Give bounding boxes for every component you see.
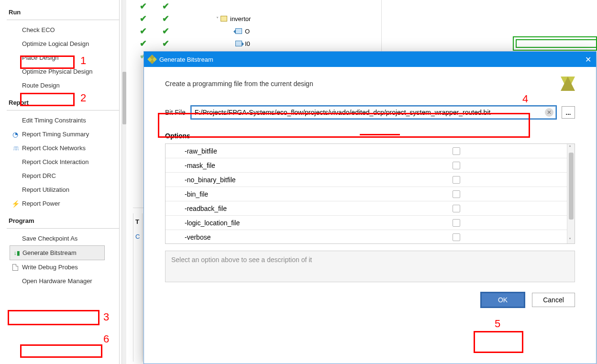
dialog-title: Generate Bitstream [159, 56, 213, 63]
blank-icon [11, 186, 19, 194]
opt-label: -raw_bitfile [185, 147, 453, 155]
check-icon: ✔✔ [140, 13, 164, 24]
label: Report DRC [22, 172, 56, 179]
blank-icon [11, 68, 19, 76]
opt-label: -bin_file [185, 190, 453, 198]
sidebar-report-power[interactable]: ⚡Report Power [7, 197, 119, 210]
option-readback[interactable]: -readback_file [166, 201, 575, 216]
sidebar-optimize-physical[interactable]: Optimize Physical Design [7, 65, 119, 78]
sidebar-open-hwmgr[interactable]: Open Hardware Manager [7, 274, 119, 288]
label: Optimize Logical Design [22, 40, 89, 47]
label: Edit Timing Constraints [22, 117, 86, 124]
bottom-panel: T C [133, 213, 143, 362]
opt-label: -verbose [185, 233, 453, 241]
sidebar-report-drc[interactable]: Report DRC [7, 169, 119, 183]
tree-row-o[interactable]: ✔✔ O [133, 25, 381, 37]
tree-row[interactable]: ✔✔ [133, 0, 381, 12]
sidebar-optimize-logical[interactable]: Optimize Logical Design [7, 37, 119, 51]
blank-icon [11, 40, 19, 48]
checkbox[interactable] [453, 205, 460, 212]
opt-label: -no_binary_bitfile [185, 176, 453, 184]
scroll-down-icon[interactable]: ˅ [569, 237, 571, 243]
checkbox[interactable] [453, 233, 460, 241]
opt-label: -readback_file [185, 205, 453, 212]
label: Check ECO [22, 26, 55, 33]
download-icon: ↓▮ [13, 249, 21, 257]
scrollbar-thumb[interactable] [122, 72, 126, 124]
dialog-titlebar[interactable]: Generate Bitstream ✕ [144, 52, 596, 67]
sidebar-route-design[interactable]: Route Design [7, 78, 119, 92]
options-table: -raw_bitfile -mask_file -no_binary_bitfi… [165, 143, 575, 244]
cell-icon [221, 16, 227, 22]
sidebar-generate-bitstream[interactable]: ↓▮Generate Bitstream [10, 245, 105, 260]
sidebar-write-debug[interactable]: Write Debug Probes [7, 260, 119, 274]
vivado-icon [147, 55, 157, 64]
options-scrollbar[interactable]: ˄ ˅ [567, 144, 575, 243]
label: Report Utilization [22, 186, 69, 193]
sidebar-report-clock-inter[interactable]: Report Clock Interaction [7, 155, 119, 169]
blank-icon [11, 235, 19, 243]
label: Report Clock Networks [22, 144, 86, 152]
caret-down-icon[interactable]: ˅ [216, 16, 219, 22]
browse-button[interactable]: ... [562, 106, 575, 119]
sidebar-place-design[interactable]: Place Design [7, 51, 119, 65]
sidebar-report-util[interactable]: Report Utilization [7, 183, 119, 197]
dialog-desc: Create a programming file from the curre… [165, 80, 313, 88]
blank-icon [11, 117, 19, 124]
blank-icon [11, 26, 19, 34]
scroll-up-icon[interactable]: ˄ [569, 145, 571, 150]
checkbox[interactable] [453, 176, 460, 184]
label: Save Checkpoint As [22, 235, 77, 242]
blank-icon [11, 172, 19, 180]
tree-label: invertor [230, 15, 251, 22]
tree-label: O [245, 28, 250, 35]
label: Route Design [22, 82, 60, 89]
blank-icon [11, 277, 19, 285]
label: Optimize Physical Design [22, 68, 92, 75]
sidebar-report-timing[interactable]: ◔Report Timing Summary [7, 127, 119, 141]
option-bin-file[interactable]: -bin_file [166, 187, 575, 201]
tree-row-i0[interactable]: ✔✔ I0 [133, 37, 381, 50]
sidebar-report-clock-net[interactable]: ⎍⎍Report Clock Networks [7, 141, 119, 155]
bottom-t: T [135, 216, 140, 233]
checkbox[interactable] [453, 147, 460, 155]
clear-icon[interactable]: ✕ [545, 108, 553, 117]
option-verbose[interactable]: -verbose [166, 230, 575, 244]
bitfile-input[interactable] [195, 109, 544, 116]
sidebar-scrollbar[interactable] [122, 0, 126, 364]
checkbox[interactable] [453, 219, 460, 227]
ok-button[interactable]: OK [481, 293, 524, 307]
cancel-button[interactable]: Cancel [532, 293, 575, 307]
check-icon: ✔✔ [140, 38, 164, 49]
sidebar-edit-timing[interactable]: Edit Timing Constraints [7, 113, 119, 127]
sidebar-save-checkpoint[interactable]: Save Checkpoint As [7, 232, 119, 245]
checkbox[interactable] [453, 162, 460, 169]
option-logic-loc[interactable]: -logic_location_file [166, 216, 575, 230]
option-no-binary[interactable]: -no_binary_bitfile [166, 173, 575, 187]
label: Place Design [22, 54, 59, 61]
sidebar-check-eco[interactable]: Check ECO [7, 23, 119, 37]
output-port-icon [235, 28, 242, 34]
section-report: Report [7, 95, 119, 110]
scrollbar-thumb[interactable] [569, 153, 574, 220]
tree-row-invertor[interactable]: ✔✔ ˅ invertor [133, 12, 381, 25]
blank-icon [11, 158, 19, 166]
close-icon[interactable]: ✕ [585, 55, 591, 64]
checkbox[interactable] [453, 190, 460, 198]
bitfile-label: Bit File [165, 109, 186, 116]
opt-label: -mask_file [185, 162, 453, 169]
device-rect [516, 39, 597, 48]
tree-label: I0 [245, 40, 250, 47]
clock-icon: ◔ [11, 131, 19, 138]
option-raw-bitfile[interactable]: -raw_bitfile [166, 144, 575, 158]
check-icon: ✔✔ [140, 26, 164, 36]
generate-bitstream-dialog: Generate Bitstream ✕ Create a programmin… [144, 51, 597, 364]
section-run: Run [7, 5, 119, 20]
bitfile-row: Bit File ✕ ... [165, 106, 575, 119]
option-mask-file[interactable]: -mask_file [166, 158, 575, 173]
dialog-buttons: OK Cancel [144, 287, 596, 317]
vivado-logo-icon [561, 77, 575, 91]
check-icon: ✔✔ [140, 1, 164, 11]
label: Report Clock Interaction [22, 158, 88, 165]
annotation-underline [360, 134, 400, 135]
